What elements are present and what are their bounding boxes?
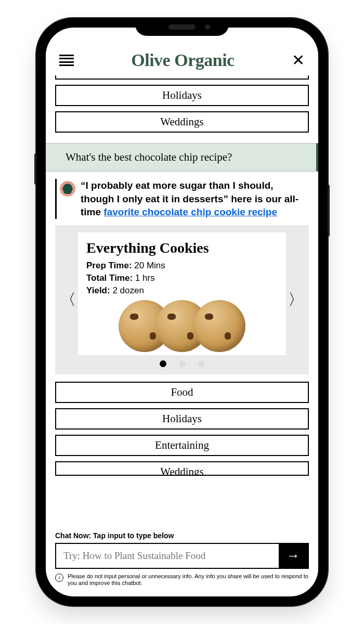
assistant-response: “I probably eat more sugar than I should… (55, 179, 309, 219)
device-notch (135, 18, 229, 36)
carousel-dot-1[interactable] (160, 360, 166, 367)
disclaimer-row: i Please do not input personal or unnece… (55, 573, 309, 588)
category-entertaining[interactable]: Entertaining (55, 435, 309, 456)
truncated-category-top (55, 75, 309, 80)
assistant-avatar-icon (60, 181, 75, 197)
category-weddings-top[interactable]: Weddings (55, 111, 309, 133)
send-button[interactable]: → (279, 544, 308, 568)
close-icon[interactable]: ✕ (292, 53, 305, 68)
chat-label: Chat Now: Tap input to type below (55, 531, 309, 540)
cookie-image-3 (193, 300, 245, 352)
category-holidays-top[interactable]: Holidays (55, 85, 309, 106)
category-food[interactable]: Food (55, 382, 309, 403)
screen: Olive Organic ✕ Holidays Weddings What's… (46, 28, 318, 596)
response-text: “I probably eat more sugar than I should… (81, 179, 309, 219)
recipe-title: Everything Cookies (86, 240, 278, 256)
carousel-dot-3[interactable] (198, 360, 205, 367)
recipe-yield: Yield: 2 dozen (86, 285, 278, 296)
category-weddings-bottom[interactable]: Weddings (55, 461, 309, 476)
carousel-dot-2[interactable] (179, 360, 186, 367)
chat-footer: Chat Now: Tap input to type below → i Pl… (46, 527, 318, 597)
info-icon: i (55, 574, 63, 582)
recipe-image (86, 300, 278, 355)
recipe-card[interactable]: Everything Cookies Prep Time: 20 Mins To… (78, 232, 286, 355)
carousel-dots (78, 355, 286, 368)
chat-input-row: → (55, 543, 309, 569)
chevron-left-icon[interactable]: 〈 (60, 289, 76, 310)
recipe-carousel: 〈 〉 Everything Cookies Prep Time: 20 Min… (55, 225, 309, 374)
user-prompt: What's the best chocolate chip recipe? (46, 143, 318, 172)
category-holidays-bottom[interactable]: Holidays (55, 408, 309, 430)
phone-frame: Olive Organic ✕ Holidays Weddings What's… (36, 18, 328, 606)
chevron-right-icon[interactable]: 〉 (288, 289, 304, 310)
menu-icon[interactable] (59, 55, 74, 66)
arrow-right-icon: → (287, 548, 300, 564)
main-content: Holidays Weddings What's the best chocol… (46, 75, 318, 527)
chat-input[interactable] (56, 544, 279, 568)
disclaimer-text: Please do not input personal or unnecess… (68, 573, 309, 588)
recipe-total-time: Total Time: 1 hrs (86, 273, 278, 283)
recipe-prep-time: Prep Time: 20 Mins (86, 261, 278, 271)
brand-logo: Olive Organic (131, 50, 234, 70)
recipe-link[interactable]: favorite chocolate chip cookie recipe (103, 206, 277, 217)
